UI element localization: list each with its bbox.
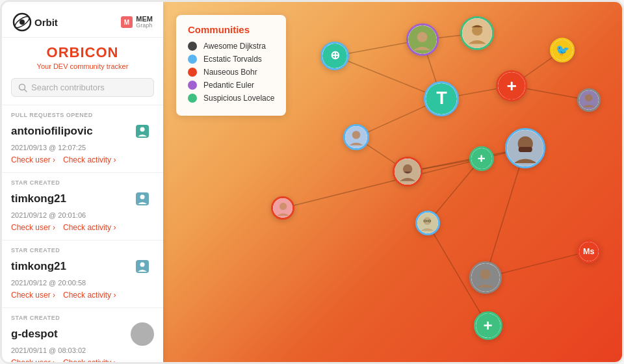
- activity-type: PULL REQUESTS OPENED: [11, 112, 154, 118]
- community-dot: [188, 55, 197, 64]
- community-label: Pedantic Euler: [203, 81, 254, 90]
- node-face: [345, 126, 367, 148]
- svg-rect-35: [519, 147, 532, 152]
- community-item: Awesome Dijkstra: [188, 42, 274, 51]
- community-item: Nauseous Bohr: [188, 68, 274, 77]
- activity-links: Check user › Check activity ›: [11, 291, 154, 300]
- orbit-logo: Orbit: [12, 12, 58, 32]
- graph-node-n15[interactable]: Ms: [577, 240, 601, 263]
- activity-card: PULL REQUESTS OPENED antoniofilipovic 20…: [2, 105, 163, 172]
- check-activity-link[interactable]: Check activity ›: [63, 155, 116, 164]
- communities-list: Awesome Dijkstra Ecstatic Torvalds Nause…: [188, 42, 274, 103]
- node-face: [417, 213, 438, 233]
- community-item: Pedantic Euler: [188, 81, 274, 90]
- memgraph-icon: M: [120, 15, 134, 29]
- activity-username: g-despot: [11, 328, 58, 341]
- sidebar: Orbit M MEM Graph ORBICON Your DEV commu…: [2, 2, 163, 362]
- activity-card: STAR CREATED timkong21 2021/09/12 @ 20:0…: [2, 172, 163, 240]
- graph-node-n16[interactable]: [271, 196, 294, 220]
- node-face: [395, 159, 421, 185]
- activity-list: PULL REQUESTS OPENED antoniofilipovic 20…: [2, 105, 163, 362]
- graph-node-n11[interactable]: [505, 128, 545, 168]
- activity-time: 2021/09/12 @ 20:00:58: [11, 279, 154, 287]
- main-graph-area: Communities Awesome Dijkstra Ecstatic To…: [163, 2, 622, 362]
- graph-node-n14[interactable]: +: [474, 311, 502, 340]
- svg-point-40: [480, 270, 491, 280]
- svg-point-41: [279, 202, 286, 209]
- check-activity-link[interactable]: Check activity ›: [63, 291, 116, 300]
- app-title: ORBICON: [2, 44, 163, 61]
- communities-title: Communities: [188, 24, 274, 35]
- title-block: ORBICON Your DEV community tracker: [2, 38, 163, 73]
- activity-time: 2021/09/13 @ 12:07:25: [11, 144, 154, 151]
- check-activity-link[interactable]: Check activity ›: [63, 358, 116, 362]
- community-dot: [188, 81, 197, 90]
- community-item: Suspicious Lovelace: [188, 94, 274, 103]
- activity-username: timkong21: [11, 192, 66, 205]
- node-face: [408, 25, 437, 54]
- activity-user-row: timkong21: [11, 255, 154, 278]
- node-face: [507, 130, 543, 166]
- activity-time: 2021/09/12 @ 20:01:06: [11, 211, 154, 219]
- svg-point-31: [585, 94, 592, 101]
- sidebar-header: Orbit M MEM Graph: [2, 2, 163, 38]
- community-dot: [188, 42, 197, 51]
- node-face: +: [498, 72, 525, 99]
- node-face: Ms: [579, 242, 599, 261]
- svg-point-12: [140, 263, 145, 267]
- activity-type: STAR CREATED: [11, 315, 154, 321]
- graph-node-n9[interactable]: [393, 157, 422, 187]
- check-user-link[interactable]: Check user ›: [11, 291, 55, 300]
- activity-type: STAR CREATED: [11, 247, 154, 254]
- orbit-icon: [12, 12, 32, 32]
- activity-username: timkong21: [11, 260, 66, 273]
- orbit-label: Orbit: [34, 17, 58, 28]
- graph-node-n2[interactable]: [406, 23, 439, 56]
- search-input[interactable]: [31, 83, 147, 92]
- graph-node-n12[interactable]: [415, 211, 440, 235]
- search-icon: [18, 83, 27, 92]
- check-user-link[interactable]: Check user ›: [11, 223, 55, 232]
- node-face: [462, 18, 492, 48]
- activity-links: Check user › Check activity ›: [11, 358, 154, 362]
- svg-point-1: [20, 20, 25, 25]
- community-dot: [188, 68, 197, 77]
- node-face: +: [471, 148, 492, 169]
- svg-point-32: [352, 131, 361, 140]
- community-item: Ecstatic Torvalds: [188, 55, 274, 64]
- check-user-link[interactable]: Check user ›: [11, 358, 55, 362]
- activity-username: antoniofilipovic: [11, 125, 93, 138]
- community-label: Suspicious Lovelace: [203, 94, 274, 103]
- community-label: Awesome Dijkstra: [203, 42, 266, 51]
- community-dot: [188, 94, 197, 103]
- node-face: 🐦: [552, 40, 573, 60]
- activity-user-row: g-despot: [11, 322, 154, 346]
- graph-node-n8[interactable]: [343, 124, 369, 150]
- graph-node-n4[interactable]: T: [424, 81, 459, 116]
- activity-user-row: antoniofilipovic: [11, 120, 154, 143]
- graph-node-n1[interactable]: ⊕: [320, 42, 349, 70]
- community-label: Nauseous Bohr: [203, 68, 257, 77]
- node-face: [471, 263, 500, 292]
- activity-card: STAR CREATED g-despot 2021/09/11 @ 08:03…: [2, 307, 163, 362]
- memgraph-text: MEM Graph: [136, 15, 153, 29]
- check-activity-link[interactable]: Check activity ›: [63, 223, 116, 232]
- graph-node-n3[interactable]: [460, 16, 494, 50]
- activity-time: 2021/09/11 @ 08:03:02: [11, 346, 154, 354]
- app-wrapper: Orbit M MEM Graph ORBICON Your DEV commu…: [0, 0, 624, 364]
- activity-avatar: [131, 120, 154, 143]
- search-box[interactable]: [11, 78, 154, 97]
- node-face: ⊕: [322, 44, 347, 68]
- svg-line-6: [25, 89, 27, 92]
- activity-avatar: [131, 322, 154, 346]
- graph-node-n10[interactable]: +: [469, 146, 494, 171]
- community-label: Ecstatic Torvalds: [203, 55, 262, 64]
- activity-links: Check user › Check activity ›: [11, 223, 154, 232]
- activity-avatar: [131, 187, 154, 211]
- activity-type: STAR CREATED: [11, 179, 154, 186]
- graph-node-n7[interactable]: [577, 88, 601, 112]
- activity-user-row: timkong21: [11, 187, 154, 211]
- graph-node-n13[interactable]: [469, 261, 502, 294]
- check-user-link[interactable]: Check user ›: [11, 155, 55, 164]
- node-face: [273, 198, 292, 218]
